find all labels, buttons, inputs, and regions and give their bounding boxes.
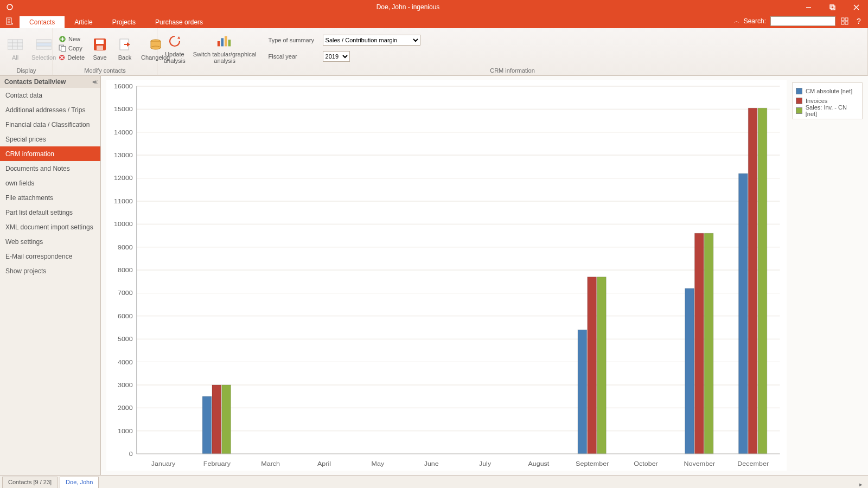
svg-text:July: July bbox=[479, 460, 491, 467]
svg-rect-86 bbox=[578, 330, 587, 454]
sidebar-item-documents-and-notes[interactable]: Documents and Notes bbox=[0, 161, 100, 176]
legend-swatch bbox=[796, 107, 802, 114]
svg-rect-92 bbox=[694, 233, 704, 454]
app-logo bbox=[0, 3, 20, 11]
bottom-tabs: Contacts [9 / 23] Doe, John ▸ bbox=[0, 475, 868, 488]
svg-rect-77 bbox=[212, 385, 221, 454]
sidebar-item-own-fields[interactable]: own fields bbox=[0, 176, 100, 190]
save-button[interactable]: Save bbox=[88, 35, 112, 62]
sidebar-item-xml-document-import-settings[interactable]: XML document import settings bbox=[0, 220, 100, 234]
legend-swatch bbox=[796, 98, 802, 104]
back-button[interactable]: Back bbox=[113, 35, 137, 62]
sidebar-item-financial-data-classification[interactable]: Financial data / Classification bbox=[0, 117, 100, 132]
tab-purchase-orders[interactable]: Purchase orders bbox=[145, 16, 213, 28]
svg-text:2000: 2000 bbox=[118, 404, 133, 411]
legend-item: Sales: Inv. - CN [net] bbox=[796, 106, 859, 115]
svg-rect-3 bbox=[831, 6, 835, 10]
workspace: Contacts Detailview << Contact dataAddit… bbox=[0, 76, 868, 475]
svg-text:January: January bbox=[151, 460, 176, 467]
svg-rect-78 bbox=[222, 385, 231, 454]
svg-text:February: February bbox=[203, 460, 231, 467]
svg-text:October: October bbox=[634, 460, 658, 467]
svg-rect-38 bbox=[225, 36, 227, 47]
svg-text:December: December bbox=[737, 460, 769, 467]
fiscal-year-select[interactable]: 2019 bbox=[323, 51, 350, 62]
plus-icon bbox=[59, 35, 66, 43]
sidebar-item-part-list-default-settings[interactable]: Part list default settings bbox=[0, 205, 100, 220]
modify-group-label: Modify contacts bbox=[53, 67, 157, 76]
svg-text:9000: 9000 bbox=[118, 243, 133, 250]
svg-rect-91 bbox=[685, 288, 694, 454]
sidebar-item-crm-information[interactable]: CRM information bbox=[0, 146, 100, 161]
sidebar-item-file-attachments[interactable]: File attachments bbox=[0, 190, 100, 205]
svg-text:August: August bbox=[528, 460, 550, 467]
svg-rect-95 bbox=[739, 174, 748, 454]
svg-text:November: November bbox=[684, 460, 716, 467]
close-button[interactable] bbox=[844, 0, 868, 14]
bottom-tab-detail[interactable]: Doe, John bbox=[60, 477, 99, 488]
minimize-button[interactable] bbox=[796, 0, 820, 14]
svg-text:14000: 14000 bbox=[114, 129, 133, 135]
collapse-icon[interactable]: << bbox=[92, 79, 96, 85]
svg-rect-37 bbox=[221, 38, 224, 46]
svg-text:6000: 6000 bbox=[118, 313, 133, 319]
svg-text:1000: 1000 bbox=[118, 427, 133, 434]
svg-rect-11 bbox=[845, 18, 848, 21]
svg-rect-30 bbox=[96, 40, 104, 44]
svg-text:15000: 15000 bbox=[114, 106, 133, 112]
search-label: Search: bbox=[744, 17, 766, 25]
sidebar-item-additional-addresses-trips[interactable]: Additional addresses / Trips bbox=[0, 102, 100, 117]
switch-analysis-button[interactable]: Switch tabular/graphical analysis bbox=[190, 31, 260, 65]
svg-rect-88 bbox=[597, 277, 607, 454]
svg-rect-87 bbox=[588, 277, 597, 454]
sidebar-item-e-mail-correspondence[interactable]: E-Mail correspondence bbox=[0, 249, 100, 264]
svg-text:11000: 11000 bbox=[114, 198, 133, 204]
sidebar-item-contact-data[interactable]: Contact data bbox=[0, 88, 100, 102]
summary-type-select[interactable]: Sales / Contribution margin bbox=[323, 35, 420, 46]
svg-text:March: March bbox=[261, 460, 280, 467]
svg-rect-20 bbox=[36, 43, 52, 46]
svg-rect-12 bbox=[841, 22, 844, 24]
crm-group-label: CRM information bbox=[157, 67, 867, 76]
svg-rect-14 bbox=[8, 40, 23, 49]
svg-text:4000: 4000 bbox=[118, 358, 133, 365]
new-button[interactable]: New bbox=[56, 35, 87, 43]
svg-text:10000: 10000 bbox=[114, 221, 133, 227]
bottom-scroll-icon[interactable]: ▸ bbox=[854, 481, 868, 488]
maximize-button[interactable] bbox=[820, 0, 844, 14]
svg-rect-97 bbox=[758, 108, 767, 454]
svg-text:April: April bbox=[317, 460, 331, 467]
svg-rect-25 bbox=[61, 47, 66, 52]
tab-contacts[interactable]: Contacts bbox=[20, 16, 65, 28]
delete-icon bbox=[59, 54, 65, 61]
tab-projects[interactable]: Projects bbox=[103, 16, 145, 28]
all-button[interactable]: All bbox=[3, 35, 27, 62]
svg-text:May: May bbox=[372, 460, 385, 467]
help-icon[interactable]: ? bbox=[854, 16, 864, 26]
svg-text:3000: 3000 bbox=[118, 382, 133, 388]
search-input[interactable] bbox=[770, 16, 835, 26]
svg-rect-39 bbox=[228, 40, 231, 46]
sidebar-header: Contacts Detailview << bbox=[0, 76, 100, 88]
ribbon-collapse-icon[interactable]: ︿ bbox=[734, 17, 739, 25]
main-tabs: Contacts Article Projects Purchase order… bbox=[0, 14, 868, 28]
app-menu-button[interactable] bbox=[0, 14, 20, 28]
copy-button[interactable]: Copy bbox=[56, 44, 87, 53]
update-analysis-button[interactable]: Update analysis bbox=[161, 31, 189, 65]
delete-button[interactable]: Delete bbox=[56, 53, 87, 62]
legend-swatch bbox=[796, 88, 802, 94]
advanced-search-icon[interactable] bbox=[840, 16, 850, 26]
svg-text:8000: 8000 bbox=[118, 267, 133, 273]
tab-article[interactable]: Article bbox=[65, 16, 102, 28]
svg-rect-93 bbox=[704, 233, 713, 454]
svg-text:16000: 16000 bbox=[114, 83, 133, 89]
svg-text:12000: 12000 bbox=[114, 175, 133, 181]
chart-plot: 0100020003000400050006000700080009000100… bbox=[106, 80, 787, 471]
sidebar-item-show-projects[interactable]: Show projects bbox=[0, 264, 100, 278]
bottom-tab-contacts[interactable]: Contacts [9 / 23] bbox=[2, 477, 58, 488]
window-title: Doe, John - ingenious bbox=[20, 3, 796, 11]
sidebar-item-web-settings[interactable]: Web settings bbox=[0, 234, 100, 249]
sidebar-item-special-prices[interactable]: Special prices bbox=[0, 132, 100, 146]
svg-rect-31 bbox=[97, 46, 103, 50]
svg-text:5000: 5000 bbox=[118, 336, 133, 342]
